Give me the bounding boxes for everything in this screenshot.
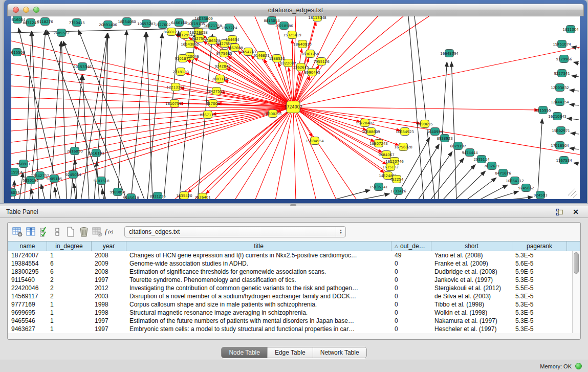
table-cell[interactable]: 18300295	[8, 268, 47, 276]
table-cell[interactable]: 5.5E-5	[512, 284, 567, 292]
table-row[interactable]: 946362711997Embryonic stem cells: a mode…	[8, 325, 580, 333]
network-node[interactable]: 8215955	[535, 106, 551, 114]
table-row[interactable]: 1938455462009Genome-wide association stu…	[8, 259, 580, 268]
table-cell[interactable]: 0	[391, 300, 431, 309]
network-node[interactable]: 7750415	[69, 19, 84, 27]
network-node[interactable]: 1635420	[176, 192, 192, 200]
network-node[interactable]: 8471676	[495, 169, 511, 177]
network-node[interactable]: 6879197	[450, 142, 466, 150]
column-header-pagerank[interactable]: pagerank	[512, 242, 567, 251]
network-node[interactable]: 1188035	[11, 189, 20, 196]
table-cell[interactable]: 0	[391, 325, 431, 333]
column-header-year[interactable]: year	[92, 242, 126, 251]
table-row[interactable]: 2242004622012Investigating the contribut…	[8, 284, 580, 292]
table-row[interactable]: 1456911722003Disruption of a novel membe…	[8, 292, 580, 300]
table-cell[interactable]: 2003	[92, 292, 126, 300]
network-node[interactable]: 9245652	[518, 184, 534, 192]
table-cell[interactable]: 2009	[92, 259, 126, 268]
table-cell[interactable]: 5.3E-5	[512, 300, 567, 309]
network-node[interactable]: 8267110	[200, 111, 215, 119]
table-cell[interactable]: 1	[47, 300, 92, 309]
table-cell[interactable]: Franke et al. (2009)	[431, 259, 512, 268]
network-node[interactable]: 7857224	[221, 24, 237, 32]
network-node[interactable]: 3915914	[11, 168, 23, 176]
table-cell[interactable]: 1997	[92, 276, 126, 284]
table-cell[interactable]: 0	[391, 317, 431, 325]
table-cell[interactable]: Investigating the contribution of common…	[126, 284, 391, 292]
table-cell[interactable]: 1	[47, 309, 92, 317]
network-node[interactable]: 1527602	[155, 21, 170, 29]
table-cell[interactable]: 2	[47, 276, 92, 284]
table-cell[interactable]: 9699695	[8, 309, 47, 317]
table-cell[interactable]: Disruption of a novel member of a sodium…	[126, 292, 391, 300]
network-node[interactable]: 18113048	[308, 16, 326, 21]
network-node[interactable]: 1733426	[390, 187, 406, 195]
table-cell[interactable]: Embryonic stem cells: a model to study s…	[126, 325, 391, 333]
network-node[interactable]: 7526401	[194, 193, 210, 200]
table-cell[interactable]: 9115460	[8, 276, 47, 284]
network-node[interactable]: 9118276	[37, 18, 53, 26]
network-node[interactable]: 1640954	[427, 128, 443, 136]
scrollbar-thumb[interactable]	[574, 252, 579, 274]
network-node[interactable]: 8475685	[216, 50, 232, 57]
table-cell[interactable]: 5.9E-5	[512, 268, 567, 276]
network-node[interactable]: 8813054	[264, 17, 280, 25]
network-node[interactable]: 2015506	[11, 49, 25, 56]
column-header-in_degree[interactable]: in_degree	[47, 242, 92, 251]
network-node[interactable]: 924503	[534, 191, 548, 199]
float-panel-icon[interactable]	[555, 208, 563, 216]
network-node[interactable]: 16210643	[548, 113, 567, 120]
network-node[interactable]: 9899695	[417, 120, 432, 128]
table-cell[interactable]: Estimation of significance thresholds fo…	[126, 268, 391, 276]
tab-edge-table[interactable]: Edge Table	[268, 347, 313, 358]
create-column-button[interactable]	[64, 225, 77, 238]
table-cell[interactable]: Structural magnetic resonance image aver…	[126, 309, 391, 317]
table-cell[interactable]: Estimation of the future numbers of pati…	[126, 317, 391, 325]
close-panel-icon[interactable]: ✕	[572, 208, 580, 216]
table-cell[interactable]: 5.3E-5	[512, 317, 567, 325]
delete-table-button[interactable]	[91, 225, 104, 238]
table-cell[interactable]: 19384554	[8, 259, 47, 268]
table-row[interactable]: 1872400712008Changes of HCN gene express…	[8, 251, 580, 259]
table-selector-combobox[interactable]: citations_edges.txt ▲▼	[124, 226, 346, 237]
tab-node-table[interactable]: Node Table	[222, 347, 268, 358]
table-cell[interactable]: 6	[47, 268, 92, 276]
table-cell[interactable]: 1	[47, 251, 92, 259]
network-node[interactable]: 10653287	[137, 20, 156, 28]
table-cell[interactable]: 2	[47, 292, 92, 300]
network-node[interactable]: 1811304	[562, 26, 579, 33]
table-row[interactable]: 1830029562008Estimation of significance …	[8, 268, 580, 276]
network-node[interactable]: 15692971	[552, 127, 570, 135]
table-cell[interactable]: Tourette syndrome. Phenomenology and cla…	[126, 276, 391, 284]
network-window-titlebar[interactable]: citations_edges.txt	[7, 4, 584, 16]
table-cell[interactable]: de Silva et al. (2003)	[431, 292, 512, 300]
table-cell[interactable]: 14569117	[8, 292, 47, 300]
column-header-short[interactable]: short	[431, 242, 512, 251]
table-cell[interactable]: 9465546	[8, 317, 47, 325]
table-cell[interactable]: 1	[47, 317, 92, 325]
network-node[interactable]: 2405572	[53, 29, 69, 37]
table-row[interactable]: 969969511998Structural magnetic resonanc…	[8, 309, 580, 317]
table-cell[interactable]: 9777169	[8, 300, 47, 309]
network-node[interactable]: 9245618	[123, 194, 139, 200]
table-cell[interactable]: 5.6E-5	[512, 259, 567, 268]
network-node[interactable]: 9129966	[556, 55, 572, 63]
delete-column-button[interactable]	[77, 225, 91, 238]
tab-network-table[interactable]: Network Table	[313, 347, 366, 358]
network-node[interactable]: 16654923	[396, 128, 414, 136]
table-cell[interactable]: 18724007	[8, 251, 47, 259]
table-row[interactable]: 911546021997Tourette syndrome. Phenomeno…	[8, 276, 580, 284]
unselect-all-columns-button[interactable]	[51, 225, 64, 238]
table-cell[interactable]: 9463627	[8, 325, 47, 333]
memory-indicator-icon[interactable]	[575, 363, 582, 369]
table-cell[interactable]: 2	[47, 284, 92, 292]
table-cell[interactable]: 5.3E-5	[512, 309, 567, 317]
network-node[interactable]: 9227341	[554, 70, 570, 77]
network-node[interactable]: 9245034	[65, 171, 81, 179]
table-cell[interactable]: Yano et al. (2008)	[431, 251, 512, 259]
table-cell[interactable]: 5.3E-5	[512, 325, 567, 333]
resize-grip-icon[interactable]	[568, 188, 577, 198]
network-node[interactable]: 15325419	[283, 31, 301, 39]
table-cell[interactable]: 1997	[92, 317, 126, 325]
table-cell[interactable]: Genome-wide association studies in ADHD.	[126, 259, 391, 268]
